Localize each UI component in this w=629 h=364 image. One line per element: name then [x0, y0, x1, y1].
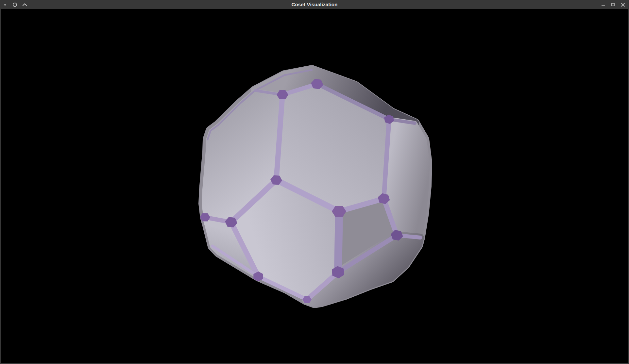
titlebar-left-controls: [0, 0, 29, 9]
expand-chevron-button[interactable]: [20, 0, 29, 9]
maximize-button[interactable]: [608, 0, 618, 9]
chevron-up-icon: [22, 3, 27, 6]
dot-icon: [4, 4, 6, 6]
window-title: Coset Visualization: [0, 0, 629, 9]
minimize-button[interactable]: [598, 0, 608, 9]
titlebar-right-controls: [598, 0, 628, 9]
maximize-icon: [611, 3, 615, 7]
close-icon: [621, 3, 625, 7]
viewport-3d[interactable]: [1, 9, 628, 363]
minimize-icon: [601, 3, 605, 7]
titlebar[interactable]: Coset Visualization: [0, 0, 629, 9]
circle-icon: [13, 3, 17, 7]
render-canvas: [1, 9, 628, 363]
close-button[interactable]: [618, 0, 628, 9]
record-circle-button[interactable]: [10, 0, 20, 9]
edge-V5-V10: [338, 211, 339, 272]
window-menu-dot-button[interactable]: [0, 0, 10, 9]
